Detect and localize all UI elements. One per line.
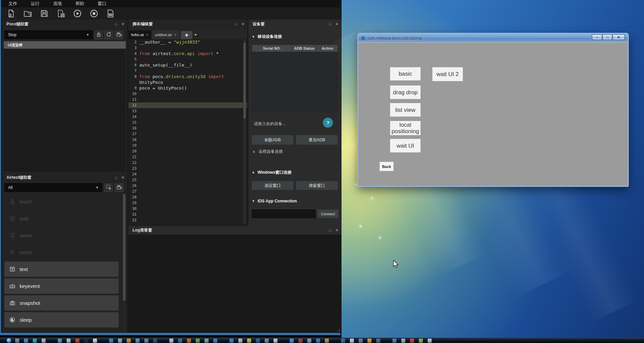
taskbar-icon[interactable]	[265, 339, 269, 343]
wait-UI-button[interactable]: wait UI	[390, 139, 421, 152]
taskbar-icon[interactable]	[93, 339, 97, 343]
action-item-exists[interactable]: exists	[4, 245, 119, 260]
taskbar-icon[interactable]	[359, 339, 363, 343]
list-view-button[interactable]: list view	[390, 103, 421, 117]
connect-button[interactable]: Connect	[317, 210, 338, 218]
action-item-snapshot[interactable]: snapshot	[4, 295, 119, 311]
float-icon[interactable]: □	[115, 176, 117, 179]
start-button[interactable]	[7, 338, 11, 343]
action-item-text[interactable]: text	[4, 262, 119, 277]
taskbar-icon[interactable]	[316, 339, 320, 343]
select-window-button[interactable]: 选定窗口	[252, 181, 293, 190]
taskbar-icon[interactable]	[367, 339, 372, 343]
log-button[interactable]: LOG	[106, 9, 115, 18]
taskbar-icon[interactable]	[136, 339, 140, 343]
tab-close-icon[interactable]: ×	[174, 33, 176, 37]
close-icon[interactable]: ✕	[121, 176, 124, 179]
taskbar-icon[interactable]	[127, 339, 131, 343]
taskbar-icon[interactable]	[299, 339, 303, 343]
float-icon[interactable]: □	[329, 228, 331, 232]
refresh-tree-button[interactable]	[104, 31, 113, 39]
close-icon[interactable]: ✕	[241, 22, 244, 26]
record-button[interactable]	[115, 31, 123, 39]
ios-address-input[interactable]	[252, 210, 315, 218]
editor-tab-untitled.air[interactable]: untitled.air×	[152, 30, 179, 39]
window-title-bar[interactable]: com.netease.poco.u3d.tutorial	[358, 34, 628, 42]
close-icon[interactable]: ✕	[121, 22, 124, 26]
help-button[interactable]: ?	[323, 118, 333, 128]
restart-adb-button[interactable]: 重启ADB	[296, 135, 338, 145]
taskbar-icon[interactable]	[247, 339, 251, 343]
mobile-connection-section[interactable]: ▼ 移动设备连接	[252, 34, 282, 40]
close-button[interactable]: ✕	[613, 34, 625, 40]
taskbar-icon[interactable]	[58, 339, 62, 343]
taskbar-icon[interactable]	[307, 339, 311, 343]
tab-list-caret-icon[interactable]: ▼	[194, 33, 197, 39]
wait-UI-2-button[interactable]: wait UI 2	[432, 67, 463, 81]
taskbar-icon[interactable]	[33, 339, 37, 343]
taskbar-icon[interactable]	[196, 339, 200, 343]
lock-button[interactable]	[94, 31, 103, 39]
action-item-sleep[interactable]: sleep	[4, 312, 119, 327]
menu-item[interactable]: 选项	[53, 1, 62, 7]
taskbar-icon[interactable]	[238, 339, 242, 343]
refresh-adb-button[interactable]: 刷新ADB	[252, 135, 293, 145]
maximize-button[interactable]: □	[602, 34, 612, 40]
taskbar-icon[interactable]	[144, 339, 148, 343]
close-icon[interactable]: ✕	[335, 22, 338, 26]
taskbar-icon[interactable]	[325, 339, 329, 343]
scrollbar-thumb[interactable]	[123, 194, 125, 301]
menu-item[interactable]: 帮助	[75, 1, 84, 7]
drag-drop-button[interactable]: drag drop	[390, 85, 421, 99]
save-as-button[interactable]	[56, 9, 65, 18]
taskbar-icon[interactable]	[230, 339, 234, 343]
editor-scrollbar[interactable]	[243, 40, 246, 224]
ui-render-tree-content[interactable]	[4, 49, 126, 172]
basic-button[interactable]: basic	[390, 67, 421, 80]
new-tab-button[interactable]: +	[181, 31, 192, 39]
taskbar-icon[interactable]	[67, 339, 71, 343]
taskbar-icon[interactable]	[109, 339, 113, 343]
taskbar-icon[interactable]	[178, 339, 182, 343]
scrollbar-thumb[interactable]	[243, 43, 246, 119]
search-window-button[interactable]: 搜索窗口	[296, 181, 338, 190]
taskbar-icon[interactable]	[419, 339, 423, 343]
action-item-wait[interactable]: wait	[4, 211, 119, 226]
taskbar-icon[interactable]	[153, 339, 157, 343]
resize-grip[interactable]	[336, 327, 340, 332]
float-icon[interactable]: □	[329, 22, 331, 26]
code-editor[interactable]: 2__author__ = "wjjn3033"34from airtest.c…	[128, 39, 247, 225]
airtest-filter-select[interactable]: All ▼	[4, 183, 102, 192]
taskbar-icon[interactable]	[84, 339, 88, 343]
float-icon[interactable]: □	[235, 22, 237, 26]
taskbar-icon[interactable]	[118, 339, 122, 343]
taskbar-icon[interactable]	[273, 339, 278, 343]
run-button[interactable]	[73, 9, 82, 18]
poco-mode-select[interactable]: Stop ▼	[4, 30, 93, 39]
remote-device-option[interactable]: ● 远程设备连接	[253, 149, 283, 154]
taskbar-icon[interactable]	[341, 339, 345, 343]
menu-item[interactable]: 运行	[31, 1, 40, 7]
windows-connection-section[interactable]: ▼ Windows窗口连接	[252, 170, 291, 175]
minimize-button[interactable]: –	[592, 34, 602, 40]
taskbar-icon[interactable]	[290, 339, 294, 343]
taskbar-icon[interactable]	[256, 339, 260, 343]
taskbar-icon[interactable]	[75, 339, 79, 343]
back-button[interactable]: Back	[380, 162, 393, 171]
taskbar-icon[interactable]	[187, 339, 191, 343]
local-positioning-button[interactable]: local positioning	[390, 121, 421, 135]
menu-item[interactable]: 文件	[8, 1, 17, 7]
float-icon[interactable]: □	[115, 22, 117, 26]
taskbar-icon[interactable]	[392, 339, 397, 343]
taskbar-icon[interactable]	[350, 339, 354, 343]
menu-item[interactable]: 窗口	[98, 1, 106, 7]
record-button[interactable]	[115, 183, 123, 192]
action-item-touch[interactable]: touch	[4, 194, 119, 209]
ui-render-tree-tab[interactable]: UI渲染树	[4, 41, 126, 49]
action-item-assert_exists[interactable]: assert_exists	[4, 329, 119, 332]
taskbar-icon[interactable]	[169, 339, 173, 343]
taskbar-icon[interactable]	[205, 339, 209, 343]
tab-close-icon[interactable]: ×	[146, 33, 148, 37]
taskbar-icon[interactable]	[428, 339, 432, 343]
close-icon[interactable]: ✕	[335, 228, 338, 232]
